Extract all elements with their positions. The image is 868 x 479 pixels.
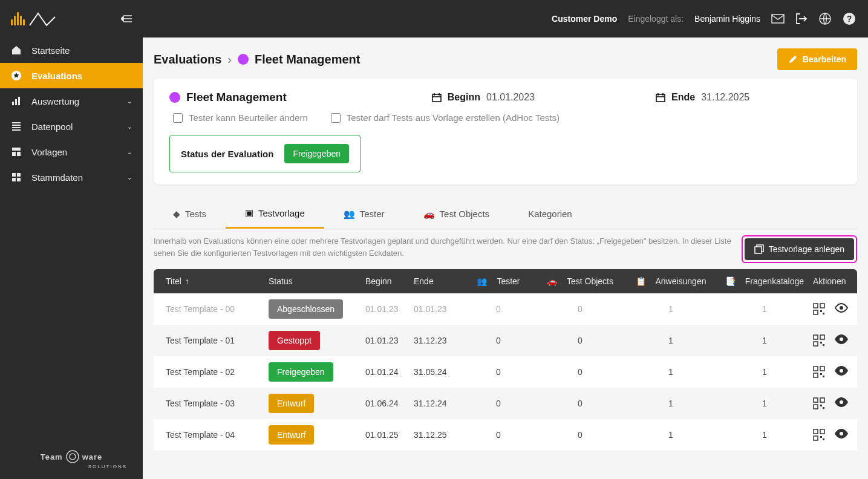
cell-instructions: 1 [625,336,716,345]
cell-tester: 0 [462,367,535,377]
checkbox-label: Tester kann Beurteiler ändern [189,112,308,123]
cell-begin: 01.01.23 [365,304,414,314]
svg-rect-28 [814,342,818,346]
status-label: Status der Evaluation [181,149,273,159]
cell-catalogs: 1 [716,399,813,408]
th-objects[interactable]: 🚗 Test Objects [535,276,625,286]
sidebar-item-label: Evaluations [31,71,82,81]
qr-icon[interactable] [813,303,825,315]
help-icon[interactable]: ? [843,12,856,25]
sidebar-item-evaluations[interactable]: Evaluations [0,63,143,88]
th-instructions[interactable]: 📋 Anweisungen [625,276,716,286]
cell-actions [813,303,848,315]
svg-rect-30 [823,344,824,346]
status-badge: Freigegeben [284,144,349,163]
star-icon [11,70,23,81]
logout-icon[interactable] [795,13,808,25]
chevron-down-icon: ⌄ [127,174,132,181]
app-logo [11,11,59,27]
checkbox-input[interactable] [173,113,183,123]
sidebar-item-datenpool[interactable]: Datenpool⌄ [0,114,143,139]
breadcrumb: Evaluations › Fleet Management Bearbeite… [154,48,857,70]
cell-instructions: 1 [625,430,716,440]
qr-icon[interactable] [813,334,825,347]
edit-button[interactable]: Bearbeiten [777,48,857,70]
template-icon [11,146,23,157]
chevron-down-icon: ⌄ [127,149,132,155]
tab-tests[interactable]: ◆Tests [154,199,226,229]
globe-icon[interactable] [818,12,832,25]
svg-rect-5 [12,152,16,156]
eye-icon[interactable] [835,334,848,347]
checkbox-tester-can-change[interactable]: Tester kann Beurteiler ändern [173,112,308,123]
table-row: Test Template - 02 Freigegeben 01.01.24 … [154,356,857,388]
cell-actions [813,397,848,409]
cell-title: Test Template - 02 [166,367,269,377]
cell-begin: 01.01.23 [365,336,414,345]
svg-point-31 [840,337,843,341]
cell-catalogs: 1 [716,367,813,377]
eye-icon[interactable] [835,429,848,441]
sidebar-item-startseite[interactable]: Startseite [0,37,143,63]
end-label: Ende [671,92,695,103]
sidebar-item-stammdaten[interactable]: Stammdaten⌄ [0,165,143,190]
cell-status: Freigegeben [269,362,365,382]
cell-title: Test Template - 03 [166,399,269,408]
svg-rect-4 [12,148,21,151]
svg-point-43 [840,400,843,404]
eye-icon[interactable] [835,397,848,409]
tab-kategorien[interactable]: Kategorien [509,199,592,229]
qr-icon[interactable] [813,366,825,378]
svg-rect-10 [17,178,21,181]
checkbox-adhoc-tests[interactable]: Tester darf Tests aus Vorlage erstellen … [331,112,560,123]
create-button-highlight: Testvorlage anlegen [742,235,857,263]
cell-begin: 01.01.25 [365,430,414,440]
cell-tester: 0 [462,399,535,408]
svg-point-12 [70,454,76,460]
svg-text:?: ? [847,14,852,24]
mail-icon[interactable] [771,14,785,24]
collapse-sidebar-icon[interactable] [121,15,132,23]
svg-point-11 [67,451,79,463]
th-catalogs[interactable]: 📑 Fragenkataloge [716,276,813,286]
diamond-icon: ◆ [173,209,180,220]
th-status[interactable]: Status [269,276,365,286]
th-title[interactable]: Titel ↑ [166,276,269,286]
qr-icon[interactable] [813,397,825,409]
qr-icon[interactable] [813,429,825,441]
cell-objects: 0 [535,399,625,408]
th-begin[interactable]: Beginn [365,276,414,286]
cell-catalogs: 1 [716,336,813,345]
svg-rect-34 [814,373,818,377]
th-end[interactable]: Ende [414,276,462,286]
table-row: Test Template - 03 Entwurf 01.06.24 31.1… [154,388,857,419]
svg-rect-24 [823,313,824,314]
create-template-button[interactable]: Testvorlage anlegen [745,238,854,260]
th-tester[interactable]: 👥 Tester [462,276,535,286]
svg-rect-40 [814,405,818,409]
cell-status: Entwurf [269,394,365,413]
templates-table: Titel ↑ Status Beginn Ende 👥 Tester 🚗 Te… [154,269,857,451]
eye-icon[interactable] [835,366,848,378]
cell-end: 01.01.23 [414,304,462,314]
th-actions: Aktionen [813,276,846,286]
cell-catalogs: 1 [716,430,813,440]
cell-title: Test Template - 00 [166,304,269,314]
color-indicator [169,92,180,103]
calendar-icon [656,93,665,102]
eye-icon[interactable] [835,303,848,315]
svg-rect-13 [772,15,784,23]
tab-tester[interactable]: 👥Tester [324,199,404,229]
breadcrumb-root[interactable]: Evaluations [154,53,221,67]
sidebar-item-label: Stammdaten [31,172,83,183]
sidebar-item-vorlagen[interactable]: Vorlagen⌄ [0,139,143,165]
checkbox-input[interactable] [331,113,341,123]
sidebar-item-auswertung[interactable]: Auswertung⌄ [0,88,143,114]
tab-test-objects[interactable]: 🚗Test Objects [404,199,509,229]
svg-rect-36 [823,376,824,377]
svg-rect-46 [814,436,818,440]
tab-testvorlage[interactable]: ▣Testvorlage [226,199,324,229]
svg-rect-3 [18,97,20,105]
breadcrumb-current: Fleet Management [255,53,360,67]
master-icon [11,172,23,183]
